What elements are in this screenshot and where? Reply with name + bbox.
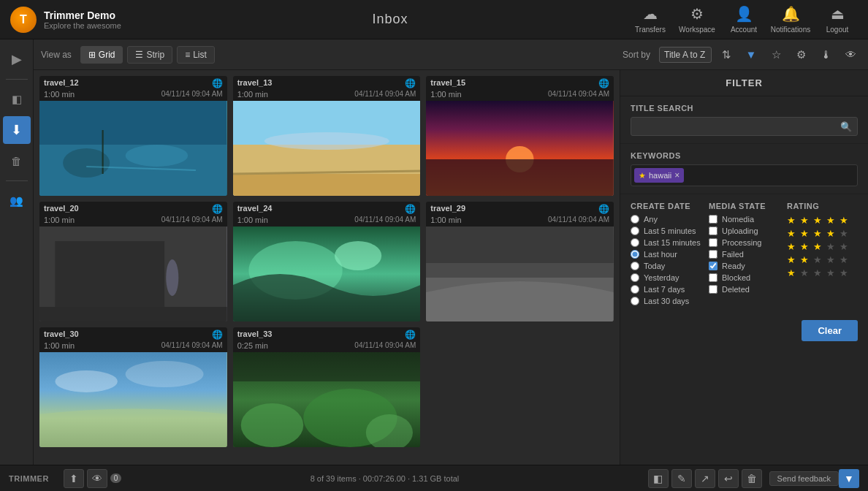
nav-workspace[interactable]: ⚙ Workspace (674, 0, 720, 39)
star-2: ★ (800, 254, 809, 265)
filter-state-nomedia[interactable]: Nomedia (709, 215, 780, 224)
filter-state-uploading[interactable]: Uploading (709, 227, 780, 235)
filter-rating-group: ★ ★ ★ ★ ★ ★ ★ ★ ★ ★ (787, 215, 858, 278)
upload-button[interactable]: ⬆ (64, 469, 84, 488)
video-meta-row: 1:00 min 04/11/14 09:04 AM (233, 90, 421, 101)
filter-title-search-input[interactable] (631, 117, 858, 136)
filter-date-last15[interactable]: Last 15 minutes (631, 238, 701, 247)
filter-create-date-group: Any Last 5 minutes Last 15 minutes (631, 215, 701, 305)
filter-date-yesterday-radio[interactable] (631, 273, 639, 282)
sort-select[interactable]: Title A to Z (659, 47, 712, 63)
video-card-travel-13[interactable]: travel_13 🌐 1:00 min 04/11/14 09:04 AM (233, 76, 421, 196)
filter-state-ready[interactable]: Ready (709, 262, 780, 270)
filter-state-blocked[interactable]: Blocked (709, 273, 780, 282)
filter-state-nomedia-check[interactable] (709, 215, 717, 224)
nav-notifications-label: Notifications (771, 26, 810, 34)
rating-row-3[interactable]: ★ ★ ★ ★ ★ (787, 241, 858, 252)
filter-state-failed[interactable]: Failed (709, 250, 780, 259)
toggle-view-button[interactable]: 👁 (840, 45, 861, 65)
keyword-remove-icon[interactable]: × (674, 170, 679, 180)
feedback-button[interactable]: Send feedback (769, 471, 839, 486)
star-2: ★ (800, 215, 809, 226)
video-card-travel-29[interactable]: travel_29 🌐 1:00 min 04/11/14 09:04 AM (426, 202, 614, 321)
undo-button[interactable]: ↩ (718, 469, 739, 488)
star-2: ★ (800, 228, 809, 239)
share-button[interactable]: ↗ (695, 469, 715, 488)
list-label: List (193, 50, 207, 60)
filter-date-last5-radio[interactable] (631, 227, 639, 235)
view-list-button[interactable]: ≡ List (177, 46, 215, 64)
nav-account[interactable]: 👤 Account (720, 0, 767, 39)
grid-area[interactable]: travel_12 🌐 1:00 min 04/11/14 09:04 AM (34, 70, 620, 465)
temperature-button[interactable]: 🌡 (815, 45, 836, 65)
rating-row-4[interactable]: ★ ★ ★ ★ ★ (787, 228, 858, 239)
account-icon: 👤 (735, 5, 753, 23)
settings-button[interactable]: ⚙ (791, 45, 811, 65)
filter-date-last30-radio[interactable] (631, 297, 639, 305)
filter-state-deleted[interactable]: Deleted (709, 285, 780, 294)
filter-date-today[interactable]: Today (631, 262, 701, 270)
play-icon: ▶ (12, 51, 22, 67)
filter-date-last15-radio[interactable] (631, 238, 639, 247)
filter-state-blocked-check[interactable] (709, 273, 717, 282)
nav-transfers[interactable]: ☁ Transfers (627, 0, 674, 39)
filter-date-any[interactable]: Any (631, 215, 701, 224)
sidebar-item-group[interactable]: 👥 (3, 187, 31, 215)
view-strip-button[interactable]: ☰ Strip (127, 46, 172, 64)
filter-date-lasthour[interactable]: Last hour (631, 250, 701, 259)
rating-row-5[interactable]: ★ ★ ★ ★ ★ (787, 215, 858, 226)
video-card-travel-24[interactable]: travel_24 🌐 1:00 min 04/11/14 09:04 AM (233, 202, 421, 321)
expand-button[interactable]: ▼ (839, 469, 859, 488)
edit-button[interactable]: ✎ (671, 469, 692, 488)
star-filter-button[interactable]: ☆ (766, 45, 786, 65)
layers-icon: ◧ (12, 93, 22, 106)
keywords-wrap[interactable]: ★ hawaii × (631, 164, 858, 186)
sort-direction-button[interactable]: ⇅ (716, 45, 736, 65)
globe-icon: 🌐 (598, 204, 609, 214)
video-grid: travel_12 🌐 1:00 min 04/11/14 09:04 AM (39, 76, 614, 447)
filter-state-uploading-check[interactable] (709, 227, 717, 235)
filter-icon-button[interactable]: ▼ (741, 45, 761, 65)
filter-date-last5[interactable]: Last 5 minutes (631, 227, 701, 235)
delete-button[interactable]: 🗑 (742, 469, 762, 488)
rating-row-2[interactable]: ★ ★ ★ ★ ★ (787, 254, 858, 265)
clear-button[interactable]: Clear (802, 320, 858, 341)
filter-date-any-radio[interactable] (631, 215, 639, 224)
filter-state-failed-check[interactable] (709, 250, 717, 259)
filter-state-deleted-check[interactable] (709, 285, 717, 294)
nav-notifications[interactable]: 🔔 Notifications (767, 0, 814, 39)
filter-date-last7-radio[interactable] (631, 285, 639, 294)
filter-date-lasthour-radio[interactable] (631, 250, 639, 259)
bottom-actions: ◧ ✎ ↗ ↩ 🗑 (648, 469, 762, 488)
video-card-travel-12[interactable]: travel_12 🌐 1:00 min 04/11/14 09:04 AM (39, 76, 227, 196)
svg-point-26 (126, 361, 204, 387)
star-1: ★ (787, 241, 796, 252)
video-card-travel-33[interactable]: travel_33 🌐 0:25 min 04/11/14 09:04 AM (233, 327, 421, 447)
sidebar-item-download[interactable]: ⬇ (3, 116, 31, 144)
video-card-travel-20[interactable]: travel_20 🌐 1:00 min 04/11/14 09:04 AM (39, 202, 227, 321)
video-duration: 1:00 min (430, 216, 461, 224)
filter-date-last30[interactable]: Last 30 days (631, 297, 701, 305)
video-meta-row: 1:00 min 04/11/14 09:04 AM (426, 90, 614, 101)
keyword-hawaii-tag[interactable]: ★ hawaii × (634, 168, 684, 183)
sidebar-item-trash[interactable]: 🗑 (3, 147, 31, 175)
filter-footer: Clear (620, 313, 868, 349)
filter-state-ready-check[interactable] (709, 262, 717, 270)
filter-state-processing-check[interactable] (709, 238, 717, 247)
video-duration: 0:25 min (237, 341, 268, 350)
filter-date-yesterday[interactable]: Yesterday (631, 273, 701, 282)
view-grid-button[interactable]: ⊞ Grid (80, 46, 123, 64)
rating-row-1[interactable]: ★ ★ ★ ★ ★ (787, 267, 858, 278)
sidebar-item-play[interactable]: ▶ (3, 45, 31, 73)
filter-date-today-radio[interactable] (631, 262, 639, 270)
sidebar-item-layers[interactable]: ◧ (3, 85, 31, 113)
nav-logout[interactable]: ⏏ Logout (814, 0, 861, 39)
filter-date-last7[interactable]: Last 7 days (631, 285, 701, 294)
filter-state-processing[interactable]: Processing (709, 238, 780, 247)
video-card-travel-30[interactable]: travel_30 🌐 1:00 min 04/11/14 09:04 AM (39, 327, 227, 447)
video-info-row: travel_30 🌐 (39, 327, 227, 341)
eye-button[interactable]: 👁 (87, 469, 107, 488)
layers-bottom-button[interactable]: ◧ (648, 469, 669, 488)
video-title: travel_13 (237, 78, 273, 88)
video-card-travel-15[interactable]: travel_15 🌐 1:00 min 04/11/14 09:04 AM (426, 76, 614, 196)
